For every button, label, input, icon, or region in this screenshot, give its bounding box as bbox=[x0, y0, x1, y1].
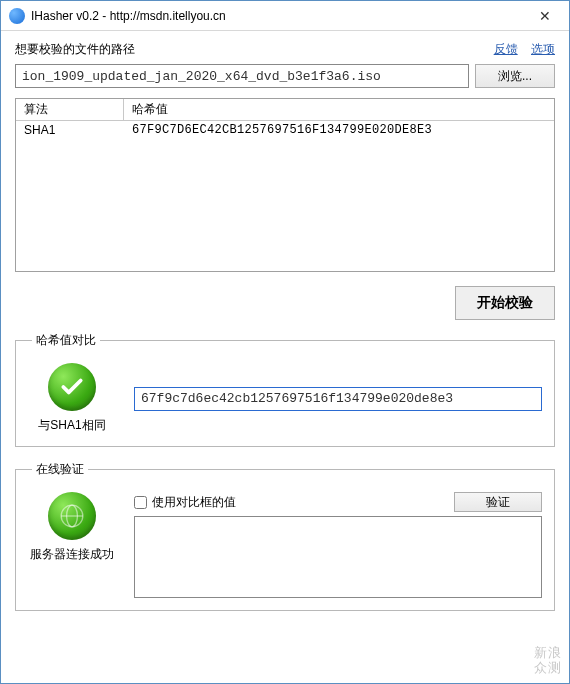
checkbox-text: 使用对比框的值 bbox=[152, 494, 236, 511]
start-button[interactable]: 开始校验 bbox=[455, 286, 555, 320]
path-header-row: 想要校验的文件的路径 反馈 选项 bbox=[15, 41, 555, 58]
compare-fieldset: 哈希值对比 与SHA1相同 bbox=[15, 332, 555, 447]
feedback-link[interactable]: 反馈 bbox=[494, 42, 518, 56]
compare-input[interactable] bbox=[134, 387, 542, 411]
titlebar: IHasher v0.2 - http://msdn.itellyou.cn ✕ bbox=[1, 1, 569, 31]
verify-right: 使用对比框的值 验证 bbox=[134, 492, 542, 598]
verify-status-text: 服务器连接成功 bbox=[30, 546, 114, 563]
window-title: IHasher v0.2 - http://msdn.itellyou.cn bbox=[31, 9, 523, 23]
browse-button[interactable]: 浏览... bbox=[475, 64, 555, 88]
compare-status-text: 与SHA1相同 bbox=[38, 417, 105, 434]
app-window: IHasher v0.2 - http://msdn.itellyou.cn ✕… bbox=[0, 0, 570, 684]
col-header-hash[interactable]: 哈希值 bbox=[124, 101, 554, 118]
hash-table: 算法 哈希值 SHA1 67F9C7D6EC42CB1257697516F134… bbox=[15, 98, 555, 272]
compare-status-col: 与SHA1相同 bbox=[28, 363, 116, 434]
hash-table-header: 算法 哈希值 bbox=[16, 99, 554, 121]
file-path-input[interactable] bbox=[15, 64, 469, 88]
app-icon bbox=[9, 8, 25, 24]
check-icon bbox=[48, 363, 96, 411]
compare-body: 与SHA1相同 bbox=[28, 363, 542, 434]
table-row[interactable]: SHA1 67F9C7D6EC42CB1257697516F134799E020… bbox=[16, 121, 554, 139]
col-header-algo[interactable]: 算法 bbox=[16, 99, 124, 120]
content-area: 想要校验的文件的路径 反馈 选项 浏览... 算法 哈希值 SHA1 67F9C… bbox=[1, 31, 569, 639]
start-row: 开始校验 bbox=[15, 286, 555, 320]
cell-algo: SHA1 bbox=[16, 123, 124, 137]
verify-top-row: 使用对比框的值 验证 bbox=[134, 492, 542, 512]
verify-body: 服务器连接成功 使用对比框的值 验证 bbox=[28, 492, 542, 598]
verify-status-col: 服务器连接成功 bbox=[28, 492, 116, 598]
path-label: 想要校验的文件的路径 bbox=[15, 41, 484, 58]
path-input-row: 浏览... bbox=[15, 64, 555, 88]
globe-icon bbox=[48, 492, 96, 540]
use-compare-checkbox[interactable] bbox=[134, 496, 147, 509]
compare-legend: 哈希值对比 bbox=[32, 332, 100, 349]
close-button[interactable]: ✕ bbox=[523, 2, 567, 30]
verify-legend: 在线验证 bbox=[32, 461, 88, 478]
verify-textarea[interactable] bbox=[134, 516, 542, 598]
verify-fieldset: 在线验证 服务器连接成功 bbox=[15, 461, 555, 611]
hash-table-body: SHA1 67F9C7D6EC42CB1257697516F134799E020… bbox=[16, 121, 554, 139]
verify-button[interactable]: 验证 bbox=[454, 492, 542, 512]
header-links: 反馈 选项 bbox=[484, 41, 555, 58]
options-link[interactable]: 选项 bbox=[531, 42, 555, 56]
use-compare-checkbox-label[interactable]: 使用对比框的值 bbox=[134, 494, 454, 511]
cell-hash: 67F9C7D6EC42CB1257697516F134799E020DE8E3 bbox=[124, 123, 554, 137]
